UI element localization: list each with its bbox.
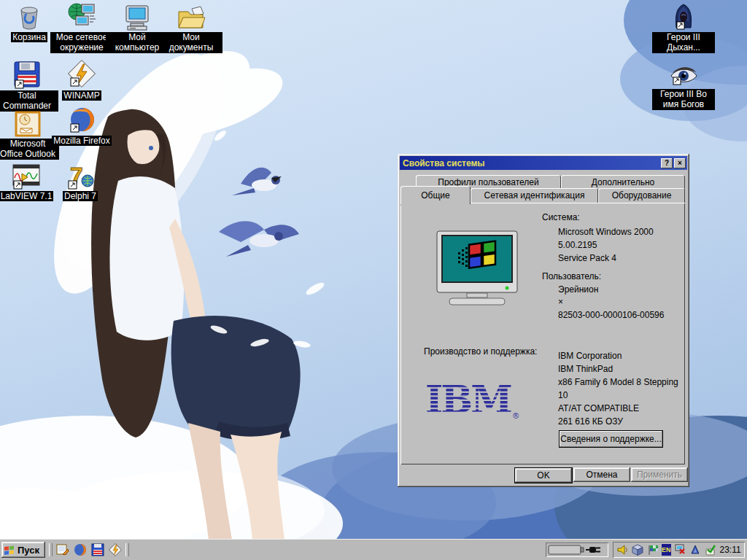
outlook-icon: [15, 109, 41, 137]
quicklaunch-show-desktop[interactable]: [55, 542, 70, 557]
my-documents-icon: [177, 3, 205, 31]
tray-clock[interactable]: 23:11: [720, 545, 743, 555]
show-desktop-icon: [56, 543, 69, 556]
user-serial: 82503-000-0000106-00596: [558, 310, 664, 320]
svg-text:®: ®: [513, 411, 519, 420]
icon-label: Delphi 7: [63, 191, 98, 201]
oem-corp: IBM Corporation: [558, 351, 622, 361]
general-tab-page: Система: Microsoft Windows 2000 5.00.219…: [400, 203, 685, 464]
svg-text:IBM: IBM: [425, 381, 511, 420]
network-error-icon[interactable]: [674, 544, 686, 556]
dialog-titlebar[interactable]: Свойства системы ? ×: [400, 156, 687, 170]
tab-network-identification[interactable]: Сетевая идентификация: [471, 188, 598, 203]
dialog-title: Свойства системы: [400, 158, 661, 168]
ibm-logo: IBM ®: [425, 381, 523, 420]
system-tray: EN 23:11: [613, 542, 745, 558]
desktop-icon-heroes3-wog[interactable]: Герои III Во имя Богов: [647, 60, 720, 110]
oem-cpu2: 10: [558, 390, 568, 400]
ok-button[interactable]: OK: [514, 467, 573, 483]
total-commander-icon: [12, 61, 42, 89]
oem-label: Производство и поддержка:: [424, 346, 537, 357]
network-places-icon: [67, 3, 96, 31]
toolbar-separator[interactable]: [49, 543, 53, 556]
quicklaunch-total-commander[interactable]: [90, 542, 105, 557]
system-build: 5.00.2195: [558, 240, 597, 250]
battery-meter[interactable]: [546, 542, 608, 557]
my-computer-icon: [124, 3, 150, 31]
firefox-icon: [67, 106, 96, 134]
tab-general[interactable]: Общие: [400, 186, 471, 204]
cancel-button[interactable]: Отмена: [573, 467, 630, 482]
user-org: ×: [558, 297, 563, 307]
desktop: Корзина Мое сетевое окружение Мой компью…: [0, 0, 747, 560]
language-indicator[interactable]: EN: [662, 544, 671, 556]
tab-advanced[interactable]: Дополнительно: [561, 175, 685, 190]
user-name: Эрейнион: [558, 284, 598, 295]
start-button[interactable]: Пуск: [1, 542, 45, 558]
windows-flag-icon: [4, 545, 15, 555]
icon-label: WINAMP: [62, 90, 101, 101]
pointer-utility-icon[interactable]: [689, 544, 702, 556]
toolbar-separator[interactable]: [125, 543, 129, 556]
task-check-icon[interactable]: [705, 544, 717, 556]
total-commander-icon: [91, 543, 104, 556]
system-label: Система:: [542, 212, 580, 222]
icon-label: Герои III Во имя Богов: [652, 89, 715, 110]
system-properties-dialog: Свойства системы ? × Профили пользовател…: [398, 154, 689, 487]
icon-label: Мои документы: [160, 32, 222, 53]
firefox-icon: [74, 543, 87, 556]
cube-app-icon[interactable]: [631, 544, 643, 556]
close-button[interactable]: ×: [674, 158, 686, 168]
checkered-flag-icon[interactable]: [646, 544, 659, 556]
winamp-icon: [66, 61, 97, 89]
desktop-icon-heroes3-ab[interactable]: Герои III Дыхан...: [647, 3, 720, 53]
heroes3-wog-icon: [669, 60, 698, 88]
oem-at: AT/AT COMPATIBLE: [558, 403, 639, 413]
heroes3-ab-icon: [671, 3, 696, 31]
quicklaunch-firefox[interactable]: [73, 542, 88, 557]
oem-model: IBM ThinkPad: [558, 364, 613, 374]
recycle-bin-icon: [17, 3, 42, 31]
help-button[interactable]: ?: [661, 158, 673, 168]
icon-label: Корзина: [11, 32, 47, 42]
quicklaunch-winamp[interactable]: [108, 542, 123, 557]
volume-icon[interactable]: [616, 544, 628, 556]
apply-button[interactable]: Применить: [631, 467, 688, 482]
winamp-icon: [109, 543, 122, 556]
windows2000-monitor-graphic: [436, 230, 518, 309]
labview-icon: [12, 162, 41, 190]
tab-hardware[interactable]: Оборудование: [598, 188, 685, 203]
battery-ac-icon: [548, 544, 603, 556]
icon-label: Герои III Дыхан...: [652, 32, 715, 53]
user-label: Пользователь:: [542, 271, 601, 281]
support-info-button[interactable]: Сведения о поддержке...: [559, 430, 663, 448]
taskbar: Пуск: [0, 539, 747, 560]
icon-label: Mozilla Firefox: [52, 136, 111, 146]
oem-cpu: x86 Family 6 Model 8 Stepping: [558, 377, 678, 387]
desktop-icon-winamp[interactable]: WINAMP: [45, 61, 118, 101]
desktop-icon-my-documents[interactable]: Мои документы: [155, 3, 228, 53]
delphi-icon: 7: [66, 162, 95, 190]
start-label: Пуск: [18, 545, 39, 556]
system-sp: Service Pack 4: [558, 253, 616, 263]
desktop-icon-delphi[interactable]: 7 Delphi 7: [44, 162, 117, 201]
desktop-icon-firefox[interactable]: Mozilla Firefox: [45, 106, 118, 146]
system-os: Microsoft Windows 2000: [558, 227, 654, 237]
oem-ram: 261 616 КБ ОЗУ: [558, 416, 623, 427]
